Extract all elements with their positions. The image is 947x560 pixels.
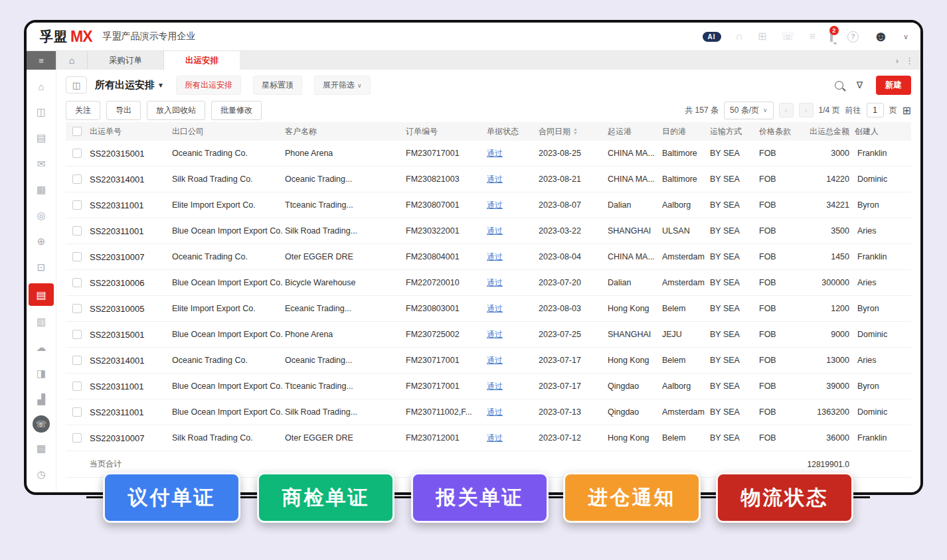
col-header-departure_port: 起运港 bbox=[606, 126, 661, 137]
cell-export-company: Blue Ocean Import Export Co. bbox=[171, 278, 284, 287]
row-checkbox[interactable] bbox=[72, 356, 82, 365]
select-all-checkbox[interactable] bbox=[72, 127, 82, 136]
tab-home[interactable]: ⌂ bbox=[56, 51, 88, 70]
status-link[interactable]: 通过 bbox=[487, 226, 503, 237]
filter-pill-starred[interactable]: 星标置顶 bbox=[253, 76, 302, 95]
table-row[interactable]: SS220314001 Silk Road Trading Co. Oceani… bbox=[66, 167, 911, 192]
cloud-user-icon[interactable]: ☁ bbox=[30, 338, 52, 358]
status-link[interactable]: 通过 bbox=[487, 407, 503, 418]
tab-shipping-arrangement[interactable]: 出运安排 bbox=[164, 51, 240, 70]
cell-price-term: FOB bbox=[758, 382, 806, 391]
mail-icon[interactable]: ✉ bbox=[30, 154, 52, 174]
row-checkbox[interactable] bbox=[72, 382, 82, 391]
phone-icon[interactable]: ☏ bbox=[33, 415, 50, 433]
customs-docs-button[interactable]: 报关单证 bbox=[411, 472, 549, 523]
filter-pill-expand[interactable]: 展开筛选∨ bbox=[314, 76, 371, 95]
menu-list-icon[interactable]: ≡ bbox=[809, 31, 815, 42]
kebab-menu-icon[interactable]: ⋮ bbox=[905, 56, 914, 66]
table-row[interactable]: SS220314001 Oceanic Trading Co. Oceanic … bbox=[66, 348, 911, 374]
export-button[interactable]: 导出 bbox=[106, 101, 141, 120]
follow-button[interactable]: 关注 bbox=[66, 101, 100, 120]
clock-icon[interactable]: ◷ bbox=[30, 464, 52, 484]
headset-icon[interactable]: ∩ bbox=[736, 31, 744, 42]
cell-amount: 1363200 bbox=[806, 407, 853, 417]
home-icon[interactable]: ⌂ bbox=[30, 76, 52, 96]
batch-edit-button[interactable]: 批量修改 bbox=[211, 101, 262, 120]
chevron-right-icon[interactable]: › bbox=[896, 56, 899, 66]
recycle-bin-button[interactable]: 放入回收站 bbox=[147, 101, 205, 120]
column-settings-icon[interactable]: ⊞ bbox=[903, 104, 911, 117]
row-checkbox[interactable] bbox=[72, 407, 82, 417]
status-link[interactable]: 通过 bbox=[487, 148, 503, 159]
row-checkbox[interactable] bbox=[72, 252, 82, 261]
col-header-contract_date[interactable]: 合同日期▲▼ bbox=[537, 126, 606, 137]
table-row[interactable]: SS220310007 Oceanic Trading Co. Oter EGG… bbox=[66, 244, 911, 270]
contacts-icon[interactable]: ◫ bbox=[30, 102, 52, 122]
filter-funnel-icon[interactable]: ∇ bbox=[857, 80, 863, 90]
server-icon[interactable]: ▩ bbox=[30, 439, 52, 458]
negotiation-docs-button[interactable]: 议付单证 bbox=[103, 472, 240, 523]
status-link[interactable]: 通过 bbox=[487, 329, 503, 340]
tab-purchase-orders[interactable]: 采购订单 bbox=[88, 51, 164, 70]
shipping-doc-icon[interactable]: ▤ bbox=[29, 283, 54, 306]
new-button[interactable]: 新建 bbox=[876, 76, 911, 95]
chart-icon[interactable]: ▟ bbox=[30, 389, 52, 409]
status-link[interactable]: 通过 bbox=[487, 200, 503, 211]
row-checkbox[interactable] bbox=[72, 200, 82, 210]
table-row[interactable]: SS220310006 Blue Ocean Import Export Co.… bbox=[66, 270, 911, 296]
status-link[interactable]: 通过 bbox=[487, 381, 503, 392]
next-page-button[interactable]: › bbox=[799, 103, 814, 117]
org-icon[interactable]: ▤ bbox=[30, 128, 52, 148]
status-link[interactable]: 通过 bbox=[487, 251, 503, 263]
briefcase-icon[interactable]: ⊡ bbox=[30, 257, 52, 277]
status-link[interactable]: 通过 bbox=[487, 303, 503, 315]
table-row[interactable]: SS220311001 Blue Ocean Import Export Co.… bbox=[66, 218, 911, 244]
sidebar-toggle[interactable]: ≡ bbox=[27, 51, 56, 70]
status-link[interactable]: 通过 bbox=[487, 433, 503, 444]
row-checkbox[interactable] bbox=[72, 175, 82, 184]
notifications-bell-icon[interactable]: 2 bbox=[830, 31, 833, 42]
table-row[interactable]: SS220315001 Oceanic Trading Co. Phone Ar… bbox=[66, 141, 911, 167]
page-size-select[interactable]: 50 条/页∨ bbox=[724, 102, 774, 119]
notebook-icon[interactable]: ◨ bbox=[30, 364, 52, 384]
inspection-docs-button[interactable]: 商检单证 bbox=[257, 472, 394, 523]
cell-export-company: Silk Road Trading Co. bbox=[171, 175, 284, 184]
avatar[interactable]: ☻ bbox=[873, 29, 889, 44]
table-row[interactable]: SS220310007 Silk Road Trading Co. Oter E… bbox=[66, 425, 911, 451]
view-selector[interactable]: 所有出运安排 bbox=[95, 79, 155, 92]
row-checkbox[interactable] bbox=[72, 304, 82, 313]
status-link[interactable]: 通过 bbox=[487, 277, 503, 289]
compass-icon[interactable]: ⊕ bbox=[30, 232, 52, 251]
book-icon[interactable]: ▥ bbox=[30, 312, 52, 332]
table-row[interactable]: SS220310005 Elite Import Export Co. Ecea… bbox=[66, 296, 911, 322]
apps-grid-icon[interactable]: ⊞ bbox=[758, 31, 766, 42]
phone-icon[interactable]: ☏ bbox=[781, 31, 794, 42]
sort-icon[interactable]: ▲▼ bbox=[573, 127, 578, 135]
ai-assistant-icon[interactable]: AI bbox=[703, 32, 721, 42]
logistics-status-button[interactable]: 物流状态 bbox=[716, 472, 853, 523]
cell-shipping-no: SS220311001 bbox=[88, 407, 171, 417]
chevron-down-icon[interactable]: ∨ bbox=[903, 33, 908, 41]
warehouse-notice-button[interactable]: 进仓通知 bbox=[563, 472, 701, 523]
table-row[interactable]: SS220311001 Blue Ocean Import Export Co.… bbox=[66, 374, 911, 399]
table-row[interactable]: SS220315001 Blue Ocean Import Export Co.… bbox=[66, 322, 911, 348]
status-link[interactable]: 通过 bbox=[487, 355, 503, 366]
row-checkbox[interactable] bbox=[72, 226, 82, 236]
search-icon[interactable] bbox=[835, 81, 843, 90]
table-row[interactable]: SS220311001 Elite Import Export Co. Ttce… bbox=[66, 192, 911, 218]
row-checkbox[interactable] bbox=[72, 278, 82, 287]
caret-down-icon[interactable]: ▼ bbox=[157, 82, 164, 89]
disc-icon[interactable]: ◎ bbox=[30, 206, 52, 226]
row-checkbox[interactable] bbox=[72, 330, 82, 339]
view-switch-icon[interactable]: ◫ bbox=[66, 76, 87, 94]
prev-page-button[interactable]: ‹ bbox=[779, 103, 794, 117]
cell-price-term: FOB bbox=[758, 200, 806, 210]
table-row[interactable]: SS220311001 Blue Ocean Import Export Co.… bbox=[66, 399, 911, 425]
row-checkbox[interactable] bbox=[72, 149, 82, 158]
filter-pill-all[interactable]: 所有出运安排 bbox=[176, 76, 241, 95]
company-icon[interactable]: ▦ bbox=[30, 180, 52, 200]
help-icon[interactable]: ? bbox=[847, 31, 859, 42]
status-link[interactable]: 通过 bbox=[487, 174, 503, 185]
row-checkbox[interactable] bbox=[72, 433, 82, 443]
goto-page-input[interactable]: 1 bbox=[867, 103, 884, 117]
